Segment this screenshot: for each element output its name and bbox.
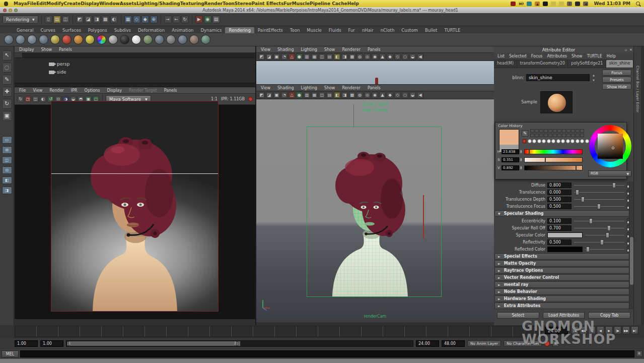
orange-status-icon[interactable]: ▲ xyxy=(535,2,540,6)
outliner-item[interactable]: persp xyxy=(15,60,255,68)
grease-pencil-icon[interactable]: ▥ xyxy=(304,53,310,60)
render-settings-icon[interactable]: ▤ xyxy=(212,16,220,23)
value-value-field[interactable]: 0.892 xyxy=(502,165,519,170)
palette-swatch[interactable] xyxy=(557,129,561,133)
ae-menu-item[interactable]: Selected xyxy=(509,54,527,58)
color-wheel[interactable] xyxy=(589,125,631,167)
node-name-field[interactable]: skin_shine xyxy=(526,74,590,81)
volume-icon[interactable]: ◀ xyxy=(583,2,588,6)
collapsed-section-header[interactable]: ► Vector Renderer Control xyxy=(494,274,633,281)
sv-picker-box[interactable] xyxy=(598,134,623,159)
depth-of-field-icon[interactable]: ◉ xyxy=(372,92,378,98)
depth-of-field-icon[interactable]: ◉ xyxy=(372,53,378,60)
anim-layer-button[interactable]: No Anim Layer xyxy=(467,340,501,347)
outliner-menu-item[interactable]: Show xyxy=(41,47,52,52)
perspective-viewport[interactable]: 2336 x 3504 High Quality xyxy=(256,99,494,322)
black-status-icon[interactable] xyxy=(543,2,548,6)
macos-menu-item[interactable]: File xyxy=(27,1,36,6)
collapsed-section-header[interactable]: ► Node Behavior xyxy=(494,288,633,295)
render-view-menu-item[interactable]: Render xyxy=(49,88,63,93)
shelf-tab[interactable]: Toon xyxy=(287,27,304,33)
lock-camera-icon[interactable]: ◪ xyxy=(266,53,272,60)
white-material-ball-icon[interactable] xyxy=(131,35,141,44)
turtle-shelf-icon[interactable] xyxy=(201,35,210,44)
step-forward-key-button[interactable]: |▶ xyxy=(614,326,621,334)
xray-icon[interactable]: ◆ xyxy=(387,92,393,98)
grease-pencil-icon[interactable]: ▥ xyxy=(304,92,310,98)
viewport-menu-item[interactable]: Shading xyxy=(277,86,294,90)
2d-pan-zoom-icon[interactable]: ● xyxy=(296,53,303,60)
render-settings-shelf-icon[interactable] xyxy=(27,35,37,44)
value-stepper[interactable]: ▲▼ xyxy=(520,166,523,170)
window-titlebar[interactable]: Autodesk Maya 2014 x64: /Volumes/MarbleP… xyxy=(0,7,644,13)
shelf-tab[interactable]: nHair xyxy=(359,27,377,33)
palette-swatch[interactable] xyxy=(557,134,561,137)
input-connections-icon[interactable]: → xyxy=(164,16,172,23)
pane-divider[interactable] xyxy=(15,83,255,87)
select-tool-icon[interactable]: ↖ xyxy=(2,50,12,60)
ae-menu-item[interactable]: Help xyxy=(607,54,616,58)
attribute-value-field[interactable]: 0.100 xyxy=(547,218,571,224)
palette-swatch[interactable] xyxy=(566,134,570,137)
palette-swatch[interactable] xyxy=(548,129,552,133)
shelf-tab[interactable]: TURTLE xyxy=(441,27,464,33)
layout-two-pane-stacked-button[interactable]: ⊟ xyxy=(2,166,12,174)
snap-point-icon[interactable]: ◆ xyxy=(141,16,149,23)
shaded-icon[interactable]: ◫ xyxy=(319,92,325,98)
camera-attributes-icon[interactable]: ▣ xyxy=(273,53,280,60)
palette-swatch[interactable] xyxy=(548,134,552,137)
render-view-menu-item[interactable]: Display xyxy=(107,88,122,93)
attribute-value-field[interactable]: 0.700 xyxy=(547,225,571,231)
select-camera-icon[interactable]: ◩ xyxy=(258,92,265,98)
layout-hypershade-persp-button[interactable]: ◨ xyxy=(2,187,12,194)
select-mask-icon[interactable]: ▩ xyxy=(102,16,109,23)
palette-swatch[interactable] xyxy=(566,129,570,133)
palette-swatch[interactable] xyxy=(535,134,539,137)
step-forward-frame-button[interactable]: ▶▶ xyxy=(622,326,630,334)
ae-node-tab[interactable]: skin_shine xyxy=(606,60,633,68)
channel-box-vertical-tab[interactable]: Channel Box / Layer Editor xyxy=(635,66,639,112)
move-tool-icon[interactable]: ✚ xyxy=(2,87,12,97)
shelf-tab[interactable]: Subdivs xyxy=(111,27,134,33)
attribute-slider[interactable] xyxy=(574,204,624,209)
macos-menu-item[interactable]: Paint Effects xyxy=(251,1,283,6)
collapsed-section-header[interactable]: ► Raytrace Options xyxy=(494,267,633,274)
close-window-button[interactable] xyxy=(3,9,7,12)
palette-swatch[interactable] xyxy=(580,129,584,133)
shelf-tab[interactable]: Deformation xyxy=(134,27,168,33)
saturation-slider[interactable] xyxy=(524,157,583,162)
attribute-value-field[interactable]: 0.800 xyxy=(547,183,571,188)
shelf-tab[interactable]: Dynamics xyxy=(197,27,226,33)
palette-swatch[interactable] xyxy=(530,134,534,137)
auto-key-button[interactable] xyxy=(544,341,550,346)
viewport-menu-item[interactable]: Renderer xyxy=(342,86,361,90)
black-material-ball-icon[interactable] xyxy=(120,35,129,44)
save-scene-icon[interactable]: ◫ xyxy=(62,16,69,23)
macos-menu-item[interactable]: Modify xyxy=(46,1,63,6)
ae-menu-item[interactable]: Show xyxy=(571,54,583,58)
render-region-icon[interactable]: ◳ xyxy=(25,96,31,102)
macos-menu-item[interactable]: Help xyxy=(347,1,359,6)
select-button[interactable]: Select xyxy=(497,312,539,319)
palette-swatch[interactable] xyxy=(544,129,548,133)
use-all-lights-icon[interactable]: ◧ xyxy=(334,92,340,98)
copy-tab-button[interactable]: Copy Tab xyxy=(588,312,630,319)
palette-swatch[interactable] xyxy=(553,129,557,133)
render-view-menu-item[interactable]: Panels xyxy=(164,88,177,93)
animation-end-field[interactable]: 48.00 xyxy=(442,340,465,347)
palette-swatch[interactable] xyxy=(571,134,575,137)
shelf-tab[interactable]: Surfaces xyxy=(59,27,85,33)
xray-joints-icon[interactable]: ◇ xyxy=(394,53,401,60)
shelf-tab[interactable]: Muscle xyxy=(303,27,325,33)
ae-menu-item[interactable]: List xyxy=(497,54,505,58)
palette-swatch[interactable] xyxy=(553,134,557,137)
attribute-value-field[interactable]: 0.500 xyxy=(547,239,571,245)
rainbow-material-ball-icon[interactable] xyxy=(97,35,106,44)
dim-status-icon-1[interactable] xyxy=(551,2,556,6)
active-range[interactable]: 124 xyxy=(67,341,240,346)
red-app-indicator[interactable] xyxy=(511,2,516,6)
macos-menu-item[interactable]: Fur xyxy=(283,1,292,6)
bluetooth-icon[interactable]: ᛒ xyxy=(567,2,572,6)
ae-scrollbar[interactable] xyxy=(629,182,633,309)
attribute-slider[interactable] xyxy=(574,225,624,231)
